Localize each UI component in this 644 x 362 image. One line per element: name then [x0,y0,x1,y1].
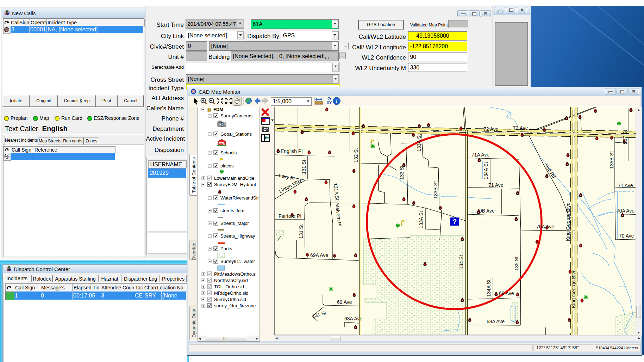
svg-text:72 Ave: 72 Ave [483,126,499,132]
svg-text:69 Ave: 69 Ave [337,299,352,305]
svg-text:SurreyFDM_Hydrant: SurreyFDM_Hydrant [214,182,256,187]
svg-text:70 Ave: 70 Ave [619,233,634,239]
svg-text:71 Ave: 71 Ave [618,183,633,188]
svg-text:72 Ave: 72 Ave [513,125,528,131]
svg-text:134A St: 134A St [483,162,489,179]
svg-text:132 St: 132 St [353,148,359,162]
svg-text:131 St: 131 St [298,224,304,239]
svg-text:English Pl: English Pl [281,148,302,154]
svg-text:LowerMainlandCitie: LowerMainlandCitie [214,176,254,181]
svg-text:SurreyOrtho.sid: SurreyOrtho.sid [214,297,246,302]
svg-text:NorthVanCity.sid: NorthVanCity.sid [214,278,248,283]
svg-text:King George Blvd: King George Blvd [571,269,576,308]
svg-text:69 Ave: 69 Ave [499,290,514,296]
svg-text:134 St: 134 St [458,255,464,269]
svg-text:SurreyCameras: SurreyCameras [220,113,253,118]
svg-text:69A Ave: 69A Ave [310,252,328,258]
svg-text:133B St: 133B St [433,181,438,199]
svg-text:71A Ave: 71A Ave [471,152,489,158]
svg-text:Parks: Parks [220,246,232,251]
svg-text:135B St: 135B St [609,151,614,169]
svg-text:?: ? [452,218,457,226]
svg-text:King George Blvd: King George Blvd [565,202,571,241]
svg-text:70A Ave: 70A Ave [617,208,634,214]
svg-text:Streets_Major: Streets_Major [220,221,249,226]
svg-text:135 St: 135 St [514,256,519,271]
svg-text:FDM: FDM [213,107,223,112]
svg-text:68A Ave: 68A Ave [344,316,362,321]
svg-text:TOL_Ortho.sid: TOL_Ortho.sid [214,284,244,289]
svg-text:70B Ave: 70B Ave [476,208,495,214]
svg-text:places: places [220,163,234,168]
svg-text:131 St: 131 St [301,160,307,174]
svg-text:133A St: 133A St [418,211,424,228]
svg-text:70A Ave: 70A Ave [536,224,554,229]
svg-text:68A Ave: 68A Ave [487,319,505,324]
svg-text:Surrey911_water: Surrey911_water [220,259,255,264]
svg-text:Gobal_Stations: Gobal_Stations [220,131,252,137]
svg-text:MRidgeOrtho.sid: MRidgeOrtho.sid [214,290,249,296]
svg-text:streets_fdm: streets_fdm [220,208,244,213]
svg-text:Levy Pl: Levy Pl [278,172,295,182]
svg-text:133A St: 133A St [416,134,422,152]
svg-text:131A St: 131A St [333,183,340,201]
svg-text:Schools: Schools [220,150,237,155]
svg-text:PittMeadowsOrtho.s: PittMeadowsOrtho.s [214,271,256,277]
svg-text:XY: XY [327,100,332,105]
svg-text:WaterRiversandStrea: WaterRiversandStrea [220,195,260,201]
svg-text:134A St: 134A St [486,280,492,297]
svg-text:surrey_fdm_firezone: surrey_fdm_firezone [214,303,256,308]
svg-text:Fairford Pl: Fairford Pl [279,213,301,219]
svg-text:71 Ave: 71 Ave [488,182,504,188]
svg-text:137 St: 137 St [622,130,628,144]
svg-text:131 St: 131 St [312,310,327,319]
svg-text:Streets_Highway: Streets_Highway [220,233,255,239]
svg-text:Malvern Pl: Malvern Pl [334,203,343,227]
svg-text:133 St: 133 St [399,165,405,180]
